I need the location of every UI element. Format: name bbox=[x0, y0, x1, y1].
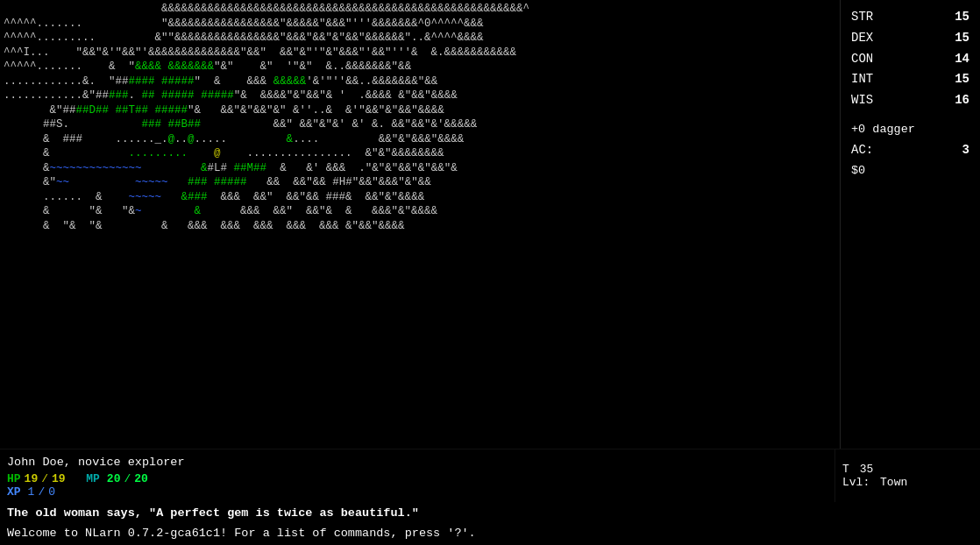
int-row: INT 15 bbox=[851, 69, 969, 90]
hp-label: HP bbox=[7, 472, 21, 485]
hp-max: 19 bbox=[52, 472, 66, 485]
dex-label: DEX bbox=[851, 28, 873, 49]
hp-current: 19 bbox=[25, 472, 39, 485]
str-value: 15 bbox=[955, 7, 969, 28]
weapon-row: +0 dagger bbox=[851, 120, 969, 140]
t-row: T 35 bbox=[842, 463, 973, 476]
str-label: STR bbox=[851, 7, 873, 28]
wis-value: 16 bbox=[955, 90, 969, 111]
con-value: 14 bbox=[955, 49, 969, 70]
map-area[interactable]: &&&&&&&&&&&&&&&&&&&&&&&&&&&&&&&&&&&&&&&&… bbox=[0, 0, 840, 449]
dex-row: DEX 15 bbox=[851, 28, 969, 49]
xp-slash: / bbox=[38, 485, 45, 499]
con-label: CON bbox=[851, 49, 873, 70]
gold-row: $0 bbox=[851, 161, 969, 181]
status-combined-right: T 35 Lvl: Town bbox=[835, 449, 980, 502]
dex-value: 15 bbox=[955, 28, 969, 49]
str-row: STR 15 bbox=[851, 7, 969, 28]
hp-slash: / bbox=[41, 472, 48, 485]
lvl-value: Town bbox=[880, 476, 907, 489]
player-name: John Doe, novice explorer bbox=[7, 454, 827, 471]
game-area: &&&&&&&&&&&&&&&&&&&&&&&&&&&&&&&&&&&&&&&&… bbox=[0, 0, 980, 449]
xp-current: 1 bbox=[28, 485, 35, 499]
wis-label: WIS bbox=[851, 90, 873, 111]
ac-row: AC: 3 bbox=[851, 140, 969, 161]
hpmp-line: HP 19 / 19 MP 20 / 20 bbox=[7, 472, 827, 485]
int-value: 15 bbox=[955, 69, 969, 90]
main-container: &&&&&&&&&&&&&&&&&&&&&&&&&&&&&&&&&&&&&&&&… bbox=[0, 0, 980, 545]
message-area: The old woman says, "A perfect gem is tw… bbox=[0, 502, 980, 545]
bottom-bar: John Doe, novice explorer HP 19 / 19 MP … bbox=[0, 449, 980, 545]
mp-slash: / bbox=[124, 472, 131, 485]
t-value: 35 bbox=[860, 463, 874, 476]
con-row: CON 14 bbox=[851, 49, 969, 70]
mp-label: MP bbox=[86, 472, 100, 485]
xp-label: XP bbox=[7, 485, 21, 499]
status-combined: John Doe, novice explorer HP 19 / 19 MP … bbox=[0, 449, 980, 502]
xp-line: XP 1 / 0 bbox=[7, 485, 827, 499]
stats-panel: STR 15 DEX 15 CON 14 INT 15 WIS 16 +0 da… bbox=[840, 0, 980, 449]
status-combined-left: John Doe, novice explorer HP 19 / 19 MP … bbox=[0, 449, 835, 502]
message-line2: Welcome to NLarn 0.7.2-gca61c1! For a li… bbox=[7, 524, 973, 543]
lvl-row: Lvl: Town bbox=[842, 476, 973, 489]
mp-current: 20 bbox=[107, 472, 121, 485]
ac-value: 3 bbox=[962, 140, 969, 161]
xp-max: 0 bbox=[48, 485, 55, 499]
mp-max: 20 bbox=[134, 472, 148, 485]
wis-row: WIS 16 bbox=[851, 90, 969, 111]
int-label: INT bbox=[851, 69, 873, 90]
t-label: T bbox=[842, 463, 849, 476]
message-line1: The old woman says, "A perfect gem is tw… bbox=[7, 504, 973, 523]
lvl-label: Lvl: bbox=[842, 476, 870, 489]
ac-label: AC: bbox=[851, 140, 873, 161]
